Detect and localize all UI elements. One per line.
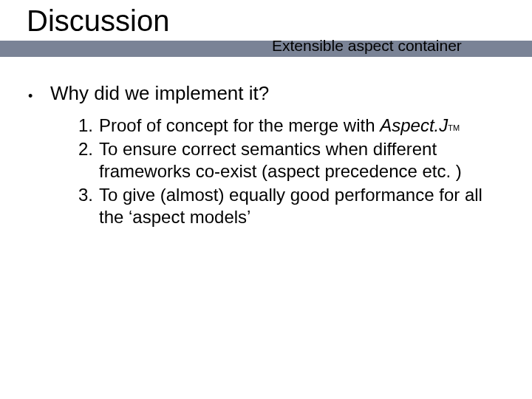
list-text: Proof of concept for the merge with Aspe… (99, 115, 460, 137)
aspectj-name: Aspect.J (380, 115, 448, 135)
bullet-text: Why did we implement it? (50, 83, 269, 105)
list-text: To ensure correct semantics when differe… (99, 138, 483, 183)
bullet-item: • Why did we implement it? (28, 83, 502, 107)
list-text-pre: Proof of concept for the merge with (99, 115, 380, 135)
list-item: 3. To give (almost) equally good perform… (68, 184, 502, 228)
bullet-marker: • (28, 83, 50, 107)
numbered-list: 1. Proof of concept for the merge with A… (68, 115, 502, 228)
list-number: 3. (68, 184, 99, 206)
trademark-symbol: TM (448, 123, 460, 132)
slide-subtitle: Extensible aspect container (272, 37, 462, 55)
list-item: 2. To ensure correct semantics when diff… (68, 138, 502, 183)
list-number: 2. (68, 138, 99, 160)
slide-title: Discussion (27, 4, 169, 38)
slide: Discussion Extensible aspect container •… (0, 0, 532, 399)
list-text: To give (almost) equally good performanc… (99, 184, 483, 228)
list-item: 1. Proof of concept for the merge with A… (68, 115, 502, 137)
slide-body: • Why did we implement it? 1. Proof of c… (28, 83, 502, 230)
list-number: 1. (68, 115, 99, 137)
